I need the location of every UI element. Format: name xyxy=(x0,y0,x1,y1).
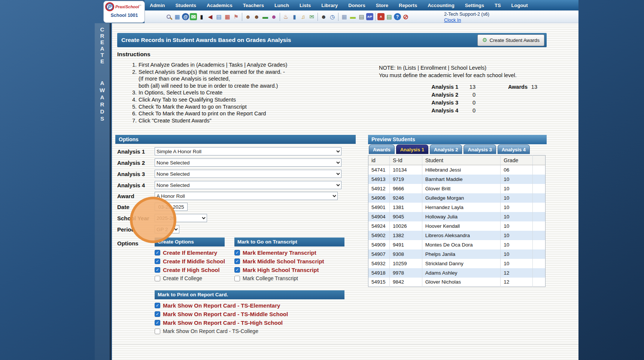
student-row[interactable]: 5493210259Strickland Danny10 xyxy=(368,259,546,268)
student-row[interactable]: 549049045Holloway Julia10 xyxy=(368,212,546,221)
student-cell xyxy=(533,249,546,259)
help-icon[interactable]: ? xyxy=(394,13,401,20)
send-mail-icon[interactable]: ✉ xyxy=(308,13,316,21)
lunch-icon[interactable]: ♨ xyxy=(282,13,290,21)
analysis-4-select[interactable]: None Selected xyxy=(155,181,341,189)
checkbox-label: Create If High School xyxy=(163,267,220,273)
search-icon[interactable] xyxy=(165,13,173,21)
analysis-3-select[interactable]: None Selected xyxy=(155,170,341,178)
cash-register-icon[interactable]: ▤ xyxy=(385,13,393,21)
period-select[interactable]: GP 2 xyxy=(155,225,179,233)
student-row[interactable]: 549011381Hernandez Layla10 xyxy=(368,203,546,212)
check-row-mark-elementary-transcript: ✓Mark Elementary Transcript xyxy=(234,249,324,256)
student-row[interactable]: 549139719Barnhart Maddie10 xyxy=(368,175,546,184)
nav-academics[interactable]: Academics xyxy=(201,0,238,10)
schedule-calendar-icon[interactable]: ▤ xyxy=(215,13,223,21)
tab-analysis-4[interactable]: Analysis 4 xyxy=(498,145,530,154)
tab-analysis-2[interactable]: Analysis 2 xyxy=(430,145,462,154)
gradebook-icon[interactable]: ▦ xyxy=(340,13,348,21)
tab-awards[interactable]: Awards xyxy=(369,145,395,154)
event-calendar-icon[interactable]: ▦ xyxy=(224,13,231,21)
analysis-4-label: Analysis 4 xyxy=(117,182,145,188)
analysis-2-select[interactable]: None Selected xyxy=(155,158,341,167)
nav-accounting[interactable]: Accounting xyxy=(422,0,460,10)
student-row[interactable]: 549079308Phelps Janila10 xyxy=(368,249,546,259)
speaker-icon[interactable]: ◀ xyxy=(206,13,214,21)
nav-admin[interactable]: Admin xyxy=(145,0,170,10)
checkbox-create-if-elementary[interactable]: ✓ xyxy=(155,250,160,255)
checkbox-mark-elementary-transcript[interactable]: ✓ xyxy=(234,250,240,255)
create-student-awards-button[interactable]: ⚙ Create Student Awards xyxy=(477,34,544,46)
tab-analysis-3[interactable]: Analysis 3 xyxy=(464,145,496,154)
nav-settings[interactable]: Settings xyxy=(460,0,489,10)
icon-toolbar: ▦@✉▮◀▤▦⚑☻☻▬☻♨▮♫✉☻◷▦▬▤A/PA▤?⊘ xyxy=(145,10,578,23)
clock-icon[interactable]: ◷ xyxy=(328,13,336,21)
school-year-select[interactable]: 2025-26 xyxy=(155,214,207,222)
sms-chat-icon[interactable]: ✉ xyxy=(190,13,197,20)
family-icon[interactable]: ☻ xyxy=(270,13,278,21)
student-icon[interactable]: ☻ xyxy=(253,13,261,21)
nav-lists[interactable]: Lists xyxy=(294,0,316,10)
student-cell xyxy=(533,240,546,249)
date-input[interactable] xyxy=(155,203,188,211)
pdf-export-icon[interactable]: A xyxy=(377,13,385,20)
student-row[interactable]: 549129666Glover Britt10 xyxy=(368,184,546,193)
checkbox-mark-college-transcript[interactable] xyxy=(234,276,240,281)
mobile-phone-icon[interactable]: ▮ xyxy=(198,13,206,21)
student-cell: 10 xyxy=(501,212,533,221)
student-row[interactable]: 549069246Gulledge Morgan10 xyxy=(368,193,546,203)
alert-stop-icon[interactable]: ⊘ xyxy=(402,13,410,21)
analysis-1-select[interactable]: Simple A Honor Roll xyxy=(155,147,341,155)
bell-icon[interactable]: ♫ xyxy=(299,13,307,21)
checkbox-mark-show-on-report-card-ts-elementary[interactable]: ✓ xyxy=(155,303,160,308)
nav-store[interactable]: Store xyxy=(371,0,394,10)
checkbox-create-if-high-school[interactable]: ✓ xyxy=(155,267,160,273)
tab-analysis-1[interactable]: Analysis 1 xyxy=(396,145,428,154)
col-header-id: id xyxy=(368,155,390,165)
student-row[interactable]: 549189978Adams Ashley12 xyxy=(368,268,546,278)
nav-library[interactable]: Library xyxy=(316,0,343,10)
nav-donors[interactable]: Donors xyxy=(343,0,371,10)
note-text: NOTE: In (Lists | Enrollment | School Le… xyxy=(379,64,517,79)
student-row[interactable]: 5492410026Hoover Kendall10 xyxy=(368,221,546,231)
checkbox-mark-middle-school-transcript[interactable]: ✓ xyxy=(234,258,240,264)
nav-students[interactable]: Students xyxy=(170,0,201,10)
megaphone-icon[interactable]: ⚑ xyxy=(232,13,240,21)
app-logo[interactable]: P PraxiSchool™ School 1001 xyxy=(103,1,145,23)
student-cell xyxy=(533,212,546,221)
student-cell: 54909 xyxy=(368,240,390,249)
email-icon[interactable]: @ xyxy=(182,13,189,20)
checkbox-mark-show-on-report-card-ts-middle-school[interactable]: ✓ xyxy=(155,311,160,317)
students-table-header: idS-IdStudentGrade xyxy=(368,155,546,165)
nav-reports[interactable]: Reports xyxy=(394,0,422,10)
staff-member-icon[interactable]: ☻ xyxy=(320,13,328,21)
accounts-payable-icon[interactable]: A/P xyxy=(366,13,373,20)
library-book-icon[interactable]: ▮ xyxy=(291,13,298,21)
student-row[interactable]: 549099491Montes De Oca Dora10 xyxy=(368,240,546,249)
check-printer-icon[interactable]: ▤ xyxy=(358,13,365,21)
clock-in-link[interactable]: Clock In xyxy=(444,18,461,23)
instructions-heading: Instructions xyxy=(117,51,151,58)
checkbox-create-if-middle-school[interactable]: ✓ xyxy=(155,258,160,264)
student-row[interactable]: 549021382Libreros Aleksandra10 xyxy=(368,231,546,240)
nav-ts[interactable]: TS xyxy=(489,0,506,10)
calendar-grid-icon[interactable]: ▦ xyxy=(173,13,181,21)
award-select[interactable]: A Honor Roll xyxy=(155,192,338,200)
nav-logout[interactable]: Logout xyxy=(506,0,533,10)
checkbox-mark-show-on-report-card-ts-college[interactable] xyxy=(155,329,160,334)
checkbox-create-if-college[interactable] xyxy=(155,276,160,281)
student-row[interactable]: 549159842Glover Nicholas12 xyxy=(368,278,546,287)
create-awards-sidebar: CREATEAWARDS xyxy=(95,23,111,360)
toolbar-separator xyxy=(280,13,280,21)
add-student-icon[interactable]: ☻ xyxy=(244,13,252,21)
nav-lunch[interactable]: Lunch xyxy=(269,0,294,10)
praxischool-logo-icon: P xyxy=(105,2,114,11)
checkbox-mark-high-school-transcript[interactable]: ✓ xyxy=(234,267,240,273)
payment-icon[interactable]: ▬ xyxy=(261,13,269,21)
payment-card-icon[interactable]: ▬ xyxy=(349,13,357,21)
checkbox-label: Mark College Transcript xyxy=(243,275,298,281)
student-row[interactable]: 5474110134Hillebrand Jessi06 xyxy=(368,165,546,175)
instructions-list: 1.First Analyze Grades in (Academics | T… xyxy=(130,61,370,124)
nav-teachers[interactable]: Teachers xyxy=(238,0,269,10)
checkbox-mark-show-on-report-card-ts-high-school[interactable]: ✓ xyxy=(155,320,160,326)
